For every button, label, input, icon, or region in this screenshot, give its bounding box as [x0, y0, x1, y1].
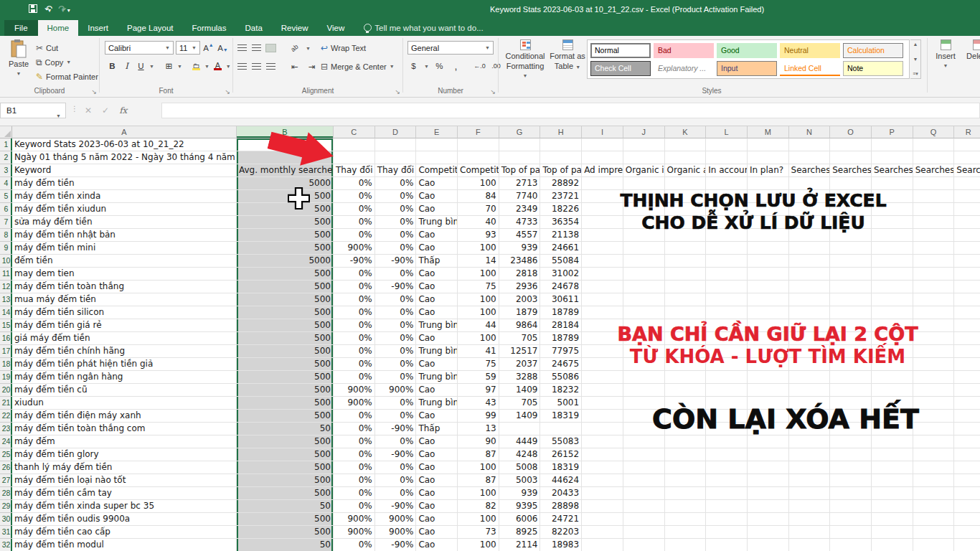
- cell-A31[interactable]: máy đếm tiền cao cấp: [12, 526, 237, 539]
- cell-E20[interactable]: Cao: [416, 384, 458, 397]
- row-header-21[interactable]: 21: [0, 397, 12, 410]
- font-name-select[interactable]: Calibri▼: [105, 41, 174, 55]
- cell-E1[interactable]: [416, 138, 458, 151]
- name-box[interactable]: B1 ▼: [0, 103, 66, 118]
- row-header-31[interactable]: 31: [0, 526, 12, 539]
- row-header-17[interactable]: 17: [0, 345, 12, 358]
- cell-B18[interactable]: 500: [237, 358, 334, 371]
- row-header-2[interactable]: 2: [0, 151, 12, 164]
- cell-B7[interactable]: 500: [237, 216, 334, 229]
- cell-A16[interactable]: giá máy đếm tiền: [12, 332, 237, 345]
- cell-I11[interactable]: [582, 268, 623, 281]
- cell-R4[interactable]: [954, 177, 980, 190]
- cell-O9[interactable]: [830, 242, 872, 255]
- cell-P20[interactable]: [872, 384, 913, 397]
- cell-E17[interactable]: Trung bình: [416, 345, 458, 358]
- cell-H6[interactable]: 18226: [540, 203, 582, 216]
- accounting-dropdown-icon[interactable]: ▼: [424, 64, 429, 69]
- style-tile-bad[interactable]: Bad: [654, 43, 714, 58]
- cell-F2[interactable]: [458, 151, 499, 164]
- cell-O27[interactable]: [830, 474, 872, 487]
- cell-R23[interactable]: [954, 423, 980, 435]
- cell-M25[interactable]: [748, 448, 789, 461]
- copy-dropdown-icon[interactable]: ▼: [66, 60, 71, 65]
- cell-G4[interactable]: 2713: [499, 177, 541, 190]
- cell-Q30[interactable]: [913, 513, 955, 526]
- cell-F11[interactable]: 100: [458, 268, 499, 281]
- cell-A13[interactable]: mua máy đếm tiền: [12, 293, 237, 306]
- style-tile-explanatory[interactable]: Explanatory ...: [654, 61, 714, 76]
- cell-A2[interactable]: Ngày 01 tháng 5 năm 2022 - Ngày 30 tháng…: [12, 151, 237, 164]
- cell-E32[interactable]: Cao: [416, 539, 458, 551]
- cell-R5[interactable]: [954, 190, 980, 203]
- cell-B32[interactable]: 50: [237, 539, 334, 551]
- cell-H23[interactable]: [540, 423, 582, 435]
- cell-M30[interactable]: [748, 513, 789, 526]
- cell-O25[interactable]: [830, 448, 872, 461]
- cell-R24[interactable]: [954, 435, 980, 448]
- column-header-L[interactable]: L: [706, 126, 748, 138]
- cell-A7[interactable]: sửa máy đếm tiền: [12, 216, 237, 229]
- cell-N19[interactable]: [789, 371, 831, 384]
- cell-B16[interactable]: 500: [237, 332, 334, 345]
- cell-G7[interactable]: 4733: [499, 216, 541, 229]
- cell-K13[interactable]: [665, 293, 707, 306]
- row-header-19[interactable]: 19: [0, 371, 12, 384]
- cell-D14[interactable]: 0%: [375, 306, 417, 319]
- cell-O4[interactable]: [830, 177, 872, 190]
- cell-N12[interactable]: [789, 281, 831, 293]
- cell-A10[interactable]: đếm tiền: [12, 255, 237, 268]
- font-color-button[interactable]: A: [212, 60, 224, 72]
- cell-R16[interactable]: [954, 332, 980, 345]
- cell-B20[interactable]: 500: [237, 384, 334, 397]
- cell-A4[interactable]: máy đếm tiền: [12, 177, 237, 190]
- row-header-11[interactable]: 11: [0, 268, 12, 281]
- cell-E30[interactable]: Cao: [416, 513, 458, 526]
- cell-G18[interactable]: 2037: [499, 358, 541, 371]
- cell-C17[interactable]: 0%: [334, 345, 375, 358]
- cell-B9[interactable]: 500: [237, 242, 334, 255]
- cell-L1[interactable]: [706, 138, 748, 151]
- align-left-icon[interactable]: [237, 63, 247, 70]
- cell-I3[interactable]: Ad impres: [582, 164, 623, 177]
- cell-L14[interactable]: [706, 306, 748, 319]
- cell-D25[interactable]: -90%: [375, 448, 417, 461]
- cell-H9[interactable]: 24661: [540, 242, 582, 255]
- cell-J14[interactable]: [623, 306, 665, 319]
- cell-E4[interactable]: Cao: [416, 177, 458, 190]
- cell-B17[interactable]: 500: [237, 345, 334, 358]
- cell-E14[interactable]: Cao: [416, 306, 458, 319]
- cell-E9[interactable]: Cao: [416, 242, 458, 255]
- formula-bar-grip[interactable]: ⋮: [71, 105, 79, 113]
- cell-G3[interactable]: Top of pag: [499, 164, 541, 177]
- column-header-N[interactable]: N: [789, 126, 831, 138]
- orientation-dropdown-icon[interactable]: ▼: [306, 46, 311, 51]
- cell-J29[interactable]: [623, 500, 665, 513]
- cell-C25[interactable]: 0%: [334, 448, 375, 461]
- cell-P13[interactable]: [872, 293, 913, 306]
- cell-B31[interactable]: 500: [237, 526, 334, 539]
- cell-P3[interactable]: Searches:: [872, 164, 913, 177]
- cell-C26[interactable]: 0%: [334, 461, 375, 474]
- cell-O10[interactable]: [830, 255, 872, 268]
- cell-O14[interactable]: [830, 306, 872, 319]
- row-header-8[interactable]: 8: [0, 229, 12, 242]
- cell-B26[interactable]: 500: [237, 461, 334, 474]
- tab-formulas[interactable]: Formulas: [183, 20, 236, 36]
- cell-Q4[interactable]: [913, 177, 955, 190]
- cell-G16[interactable]: 705: [499, 332, 541, 345]
- cell-A22[interactable]: máy đếm tiền điện máy xanh: [12, 410, 237, 423]
- cell-A26[interactable]: thanh lý máy đếm tiền: [12, 461, 237, 474]
- cell-D12[interactable]: -90%: [375, 281, 417, 293]
- cell-R27[interactable]: [954, 474, 980, 487]
- cell-J3[interactable]: Organic in: [623, 164, 665, 177]
- cell-A8[interactable]: máy đếm tiền nhật bản: [12, 229, 237, 242]
- cell-C18[interactable]: 0%: [334, 358, 375, 371]
- row-header-27[interactable]: 27: [0, 474, 12, 487]
- cell-E21[interactable]: Trung bình: [416, 397, 458, 410]
- cell-E18[interactable]: Cao: [416, 358, 458, 371]
- cell-R19[interactable]: [954, 371, 980, 384]
- cell-R12[interactable]: [954, 281, 980, 293]
- cell-F15[interactable]: 44: [458, 319, 499, 332]
- cell-Q10[interactable]: [913, 255, 955, 268]
